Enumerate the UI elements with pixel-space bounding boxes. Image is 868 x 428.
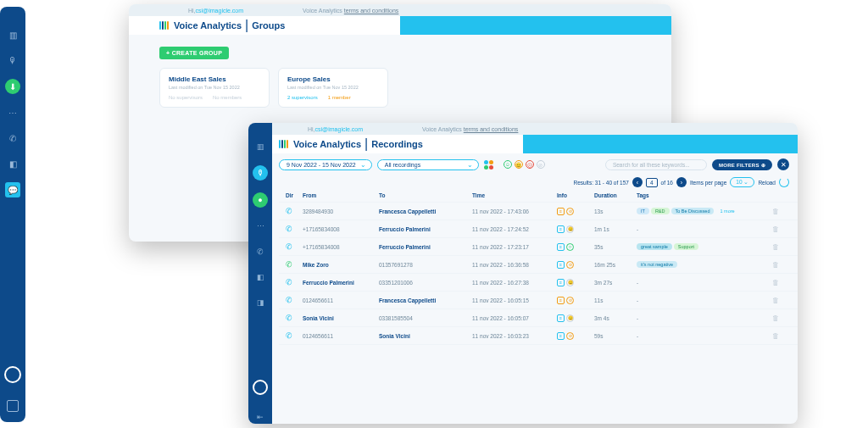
pagination: Results: 31 - 40 of 157 ‹ 4 of 16 › Item…	[279, 177, 789, 187]
tags-cell: ITR&DTo Be Discussed1 more	[637, 208, 772, 214]
table-row[interactable]: ✆ Sonia Vicini 03381585504 11 nov 2022 -…	[279, 309, 798, 327]
mic-icon[interactable]: 🎙	[253, 165, 268, 181]
tag[interactable]: great sample	[637, 243, 672, 250]
mic-icon[interactable]: 🎙	[6, 53, 19, 67]
from-cell: 0124656611	[303, 333, 379, 339]
time-cell: 11 nov 2022 - 16:27:38	[472, 280, 557, 286]
direction-icon: ✆	[286, 278, 303, 286]
prev-page-button[interactable]: ‹	[632, 177, 643, 187]
cloud-download-icon[interactable]: ⬇	[5, 79, 20, 94]
campaign-icon[interactable]: ✆	[253, 245, 267, 258]
tag[interactable]: Support	[674, 243, 698, 250]
recordings-main: 9 Nov 2022 - 15 Nov 2022 All recordings …	[248, 153, 798, 345]
duration-cell: 13s	[594, 208, 637, 214]
duration-cell: 3m 27s	[594, 280, 637, 286]
filter-bar: 9 Nov 2022 - 15 Nov 2022 All recordings …	[279, 158, 798, 170]
duration-cell: 3m 4s	[594, 315, 637, 321]
exit-icon[interactable]: ⇤	[253, 410, 267, 424]
tags-cell: it's not negative	[637, 261, 772, 268]
avatar[interactable]	[4, 366, 21, 383]
duration-cell: 59s	[594, 333, 637, 339]
terms-link[interactable]: terms and conditions	[464, 126, 519, 132]
avatar[interactable]	[253, 380, 268, 395]
group-modified: Last modified on Tue Nov 15 2022	[169, 85, 260, 90]
table-row[interactable]: ✆ 3289484930 Francesca Cappelletti 11 no…	[279, 203, 798, 220]
delete-icon[interactable]: 🗑	[772, 332, 789, 340]
header: Voice Analytics | Groups	[129, 16, 671, 35]
chart-icon[interactable]: ▥	[253, 140, 267, 153]
time-cell: 11 nov 2022 - 17:23:17	[472, 244, 557, 250]
chart-icon[interactable]: ▥	[6, 28, 19, 42]
table-row[interactable]: ✆ 0124656611 Francesca Cappelletti 11 no…	[279, 292, 798, 309]
sentiment-filter[interactable]: ☺ 😐 ☹ ⊘	[504, 160, 545, 169]
more-filters-button[interactable]: MORE FILTERS ⊕	[712, 159, 772, 170]
delete-icon[interactable]: 🗑	[772, 225, 789, 233]
page-title: Groups	[252, 20, 285, 31]
create-group-button[interactable]: + CREATE GROUP	[159, 47, 229, 59]
sentiment-all-icon[interactable]	[484, 160, 496, 170]
tag[interactable]: To Be Discussed	[671, 208, 715, 214]
main-sidebar: ▥ 🎙 ⬇ ⋯ ✆ ◧ 💬	[0, 7, 25, 422]
from-cell: 0124656611	[303, 297, 379, 303]
delete-icon[interactable]: 🗑	[772, 243, 789, 251]
search-input[interactable]: Search for all these keywords...	[605, 159, 707, 170]
next-page-button[interactable]: ›	[676, 177, 687, 187]
delete-icon[interactable]: 🗑	[772, 314, 789, 322]
direction-icon: ✆	[286, 242, 303, 251]
delete-icon[interactable]: 🗑	[772, 208, 789, 215]
date-range-select[interactable]: 9 Nov 2022 - 15 Nov 2022	[279, 159, 372, 170]
group-name: Middle East Sales	[169, 75, 260, 83]
time-cell: 11 nov 2022 - 17:24:52	[472, 226, 557, 232]
current-page: 4	[646, 178, 658, 187]
time-cell: 11 nov 2022 - 17:43:06	[472, 208, 557, 214]
tag[interactable]: R&D	[651, 208, 670, 214]
time-cell: 11 nov 2022 - 16:36:58	[472, 262, 557, 268]
group-card[interactable]: Middle East SalesLast modified on Tue No…	[159, 68, 270, 108]
items-per-page-select[interactable]: 10 ⌄	[730, 177, 754, 187]
duration-cell: 35s	[594, 244, 637, 250]
more-icon[interactable]: ⋯	[6, 106, 19, 120]
tag[interactable]: IT	[637, 208, 649, 214]
recordings-window: ▥ 🎙 ● ⋯ ✆ ◧ ◨ ⇤ Hi, csi@imagicle.com Voi…	[248, 123, 798, 424]
direction-icon: ✆	[286, 296, 303, 304]
table-row[interactable]: ✆ Ferruccio Palmerini 03351201006 11 nov…	[279, 274, 798, 292]
tags-cell: -	[637, 297, 772, 303]
duration-cell: 11s	[594, 297, 637, 303]
info-cell: ≡⊘	[557, 297, 594, 304]
tag[interactable]: it's not negative	[637, 261, 677, 268]
recordings-filter-select[interactable]: All recordings	[377, 159, 479, 170]
table-row[interactable]: ✆ 0124656611 Sonia Vicini 11 nov 2022 - …	[279, 327, 798, 345]
time-cell: 11 nov 2022 - 16:03:23	[472, 333, 557, 339]
close-filters-button[interactable]: ✕	[777, 158, 789, 170]
table-row[interactable]: ✆ Mike Zoro 01357691278 11 nov 2022 - 16…	[279, 256, 798, 274]
time-cell: 11 nov 2022 - 16:05:15	[472, 297, 557, 303]
groups-main: + CREATE GROUP Middle East SalesLast mod…	[129, 35, 671, 108]
reload-icon[interactable]	[779, 177, 789, 187]
more-icon[interactable]: ⋯	[253, 220, 267, 233]
direction-icon: ✆	[286, 207, 303, 215]
group-card[interactable]: Europe SalesLast modified on Tue Nov 15 …	[278, 68, 388, 108]
delete-icon[interactable]: 🗑	[772, 261, 789, 269]
to-cell: Francesca Cappelletti	[379, 208, 472, 214]
info-cell: ≡⊘	[557, 208, 594, 215]
tc-bar: Hi, csi@imagicle.com Voice Analytics ter…	[248, 123, 798, 135]
delete-icon[interactable]: 🗑	[772, 297, 789, 304]
table-row[interactable]: ✆ +17165834008 Ferruccio Palmerini 11 no…	[279, 220, 798, 238]
to-cell: Sonia Vicini	[379, 333, 472, 339]
header: Voice Analytics | Recordings	[248, 135, 798, 153]
groups-icon[interactable]: ◨	[253, 296, 267, 309]
chat-icon[interactable]: 💬	[5, 182, 20, 197]
user-icon[interactable]: ◧	[253, 270, 267, 284]
terms-link[interactable]: terms and conditions	[344, 8, 399, 14]
tag[interactable]: 1 more	[715, 208, 738, 214]
duration-cell: 16m 25s	[594, 262, 637, 268]
record-icon[interactable]: ●	[253, 192, 268, 208]
exit-icon[interactable]	[7, 400, 19, 412]
group-modified: Last modified on Tue Nov 15 2022	[287, 85, 379, 90]
info-cell: ≡⊘	[557, 332, 594, 340]
app-title: Voice Analytics	[293, 139, 361, 149]
table-row[interactable]: ✆ +17165834008 Ferruccio Palmerini 11 no…	[279, 238, 798, 256]
campaign-icon[interactable]: ✆	[6, 131, 19, 145]
user-icon[interactable]: ◧	[6, 157, 19, 170]
delete-icon[interactable]: 🗑	[772, 279, 789, 286]
